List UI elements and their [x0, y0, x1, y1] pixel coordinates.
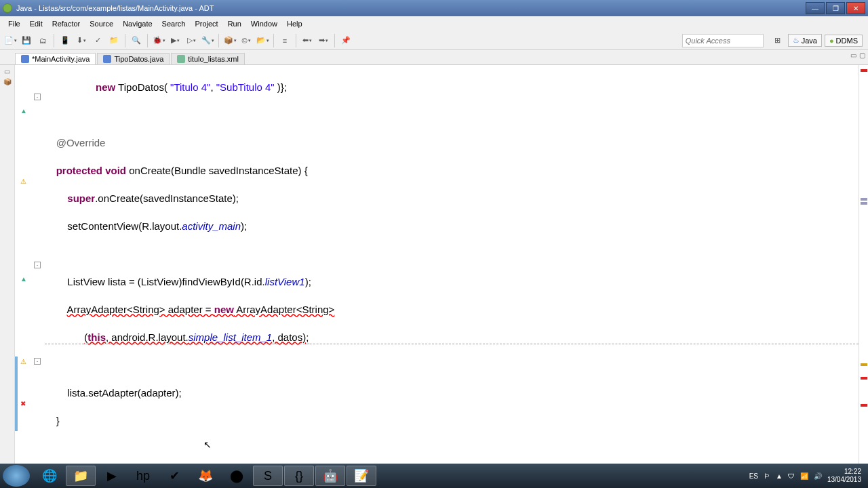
tray-volume-icon[interactable]: 🔊 [814, 472, 822, 480]
tray-shield-icon[interactable]: 🛡 [788, 472, 795, 480]
task-chrome[interactable]: ⬤ [222, 466, 252, 486]
tab-mainactivity[interactable]: *MainActivity.java [15, 53, 96, 64]
task-explorer[interactable]: 📁 [66, 466, 96, 486]
change-marker [15, 357, 18, 431]
fold-toggle[interactable]: - [34, 94, 41, 100]
ov-warn[interactable] [861, 363, 867, 366]
window-titlebar: Java - Listas/src/com/example/listas/Mai… [0, 0, 868, 16]
overview-ruler[interactable] [859, 65, 868, 464]
override-marker[interactable]: ▲ [20, 107, 28, 115]
task-android[interactable]: 🤖 [315, 466, 345, 486]
debug-button[interactable]: 🐞 [151, 33, 166, 48]
menu-navigate[interactable]: Navigate [119, 18, 156, 29]
perspective-java[interactable]: ♨Java [788, 34, 822, 47]
system-tray[interactable]: ES 🏳 ▲ 🛡 📶 🔊 12:2213/04/2013 [749, 468, 865, 484]
ov-info[interactable] [861, 202, 867, 205]
tab-label: TipoDatos.java [114, 55, 163, 63]
left-trim: ▭ 📦 [0, 65, 15, 464]
open-type-button[interactable]: 🔍 [129, 33, 144, 48]
minimize-button[interactable]: — [806, 2, 825, 14]
task-ie[interactable]: 🌐 [35, 466, 64, 486]
menu-help[interactable]: Help [283, 18, 307, 29]
newpackage-button[interactable]: 📦 [222, 33, 237, 48]
forward-button[interactable]: ➡ [316, 33, 331, 48]
sdk-button[interactable]: ⬇ [74, 33, 89, 48]
task-check[interactable]: ✔ [159, 466, 189, 486]
saveall-button[interactable]: 🗂 [35, 33, 50, 48]
back-button[interactable]: ⬅ [300, 33, 315, 48]
tab-label: *MainActivity.java [32, 55, 90, 63]
start-button[interactable] [3, 465, 30, 487]
menu-project[interactable]: Project [191, 18, 222, 29]
ov-error[interactable] [861, 69, 867, 72]
ov-info[interactable] [861, 198, 867, 201]
tab-label: titulo_listas.xml [188, 55, 239, 63]
menu-edit[interactable]: Edit [26, 18, 47, 29]
extern-button[interactable]: 🔧 [200, 33, 215, 48]
menu-window[interactable]: Window [247, 18, 281, 29]
tray-lang[interactable]: ES [749, 472, 758, 480]
taskbar: 🌐 📁 ▶ hp ✔ 🦊 ⬤ S {} 🤖 📝 ES 🏳 ▲ 🛡 📶 🔊 12:… [0, 464, 868, 488]
task-firefox[interactable]: 🦊 [191, 466, 220, 486]
ov-error[interactable] [861, 377, 867, 380]
warning-marker[interactable]: ⚠ [20, 178, 28, 186]
error-marker[interactable]: ✖ [20, 400, 28, 408]
menu-search[interactable]: Search [158, 18, 190, 29]
warning-marker[interactable]: ⚠ [20, 358, 28, 366]
avd-button[interactable]: 📱 [58, 33, 73, 48]
code-editor[interactable]: new TipoDatos( "Titulo 4", "SubTitulo 4"… [42, 65, 859, 464]
package-explorer-icon[interactable]: 📦 [0, 78, 14, 85]
menu-source[interactable]: Source [85, 18, 117, 29]
task-sublime[interactable]: S [253, 466, 283, 486]
tab-tipodatos[interactable]: TipoDatos.java [97, 53, 170, 64]
newproject-button[interactable]: 📁 [106, 33, 121, 48]
maximize-view-icon[interactable]: ▢ [859, 52, 865, 59]
override-marker[interactable]: ▲ [20, 275, 28, 283]
newclass-button[interactable]: © [239, 33, 254, 48]
lint-button[interactable]: ✓ [90, 33, 105, 48]
window-title: Java - Listas/src/com/example/listas/Mai… [16, 4, 806, 12]
task-notepad[interactable]: 📝 [347, 466, 376, 486]
java-icon [103, 55, 111, 63]
tray-clock[interactable]: 12:2213/04/2013 [827, 468, 861, 484]
quick-access-input[interactable] [682, 34, 764, 47]
runlast-button[interactable]: ▷ [184, 33, 199, 48]
restore-icon[interactable]: ▭ [0, 68, 14, 75]
minimize-view-icon[interactable]: ▭ [850, 52, 856, 59]
tray-flag-icon[interactable]: 🏳 [764, 472, 770, 480]
task-wmp[interactable]: ▶ [97, 466, 127, 486]
newfolder-button[interactable]: 📂 [255, 33, 270, 48]
fold-toggle[interactable]: - [34, 358, 41, 365]
fold-bar: - - - [34, 65, 42, 464]
save-button[interactable]: 💾 [19, 33, 34, 48]
ov-error[interactable] [861, 404, 867, 407]
tray-up-icon[interactable]: ▲ [776, 472, 783, 480]
tab-titulolistas[interactable]: titulo_listas.xml [171, 53, 245, 64]
run-button[interactable]: ▶ [167, 33, 182, 48]
open-perspective-button[interactable]: ⊞ [770, 33, 785, 48]
editor-tabs: *MainActivity.java TipoDatos.java titulo… [0, 50, 868, 65]
task-eclipse[interactable]: {} [284, 466, 314, 486]
task-hp[interactable]: hp [128, 466, 158, 486]
marker-bar: ▲ ⚠ ▲ ⚠ ✖ [15, 65, 34, 464]
java-icon [21, 55, 29, 63]
menu-refactor[interactable]: Refactor [48, 18, 85, 29]
app-icon [3, 3, 12, 13]
maximize-button[interactable]: ❐ [826, 2, 845, 14]
menu-file[interactable]: File [4, 18, 24, 29]
pin-button[interactable]: 📌 [338, 33, 353, 48]
new-button[interactable]: 📄 [3, 33, 18, 48]
fold-toggle[interactable]: - [34, 262, 41, 268]
menu-run[interactable]: Run [224, 18, 245, 29]
close-button[interactable]: ✕ [846, 2, 865, 14]
tray-network-icon[interactable]: 📶 [800, 472, 808, 480]
toggle-breadcrumb-button[interactable]: ≡ [277, 33, 292, 48]
toolbar: 📄 💾 🗂 📱 ⬇ ✓ 📁 🔍 🐞 ▶ ▷ 🔧 📦 © 📂 ≡ ⬅ ➡ 📌 ⊞ … [0, 31, 868, 50]
menubar: File Edit Refactor Source Navigate Searc… [0, 16, 868, 31]
perspective-ddms[interactable]: ●DDMS [825, 35, 863, 47]
xml-icon [177, 55, 185, 63]
